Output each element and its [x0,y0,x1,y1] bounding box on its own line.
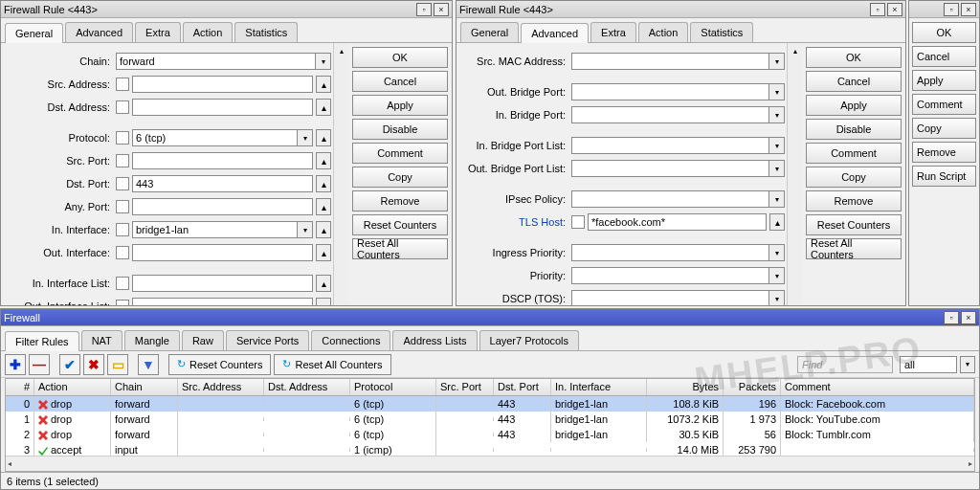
scroll-left-icon[interactable]: ◂ [8,459,11,468]
comment-button[interactable]: Comment [912,94,976,115]
tab-general[interactable]: General [5,23,63,43]
tab-connections[interactable]: Connections [311,330,390,350]
tab-action[interactable]: Action [183,22,234,42]
remove-button[interactable]: Remove [912,142,976,163]
in-interface-list-invert[interactable] [116,277,129,290]
scroll-right-icon[interactable]: ▸ [969,459,972,468]
reset-counters-button[interactable]: ↻Reset Counters [168,354,271,375]
copy-button[interactable]: Copy [806,167,902,188]
horizontal-scrollbar[interactable]: ◂▸ [6,456,974,471]
col-num[interactable]: # [6,379,34,395]
in-interface-dropdown-icon[interactable]: ▾ [298,221,313,238]
col-src-port[interactable]: Src. Port [436,379,494,395]
find-input[interactable]: Find [797,356,893,373]
minimize-icon[interactable]: ▫ [944,3,959,16]
col-protocol[interactable]: Protocol [350,379,436,395]
src-port-arrow-icon[interactable]: ▴ [316,152,331,169]
in-interface-arrow-icon[interactable]: ▴ [316,221,331,238]
protocol-arrow-icon[interactable]: ▴ [316,129,331,146]
col-chain[interactable]: Chain [111,379,178,395]
ipsec-policy-input[interactable] [571,190,769,208]
reset-all-counters-button[interactable]: Reset All Counters [352,238,448,259]
minimize-icon[interactable]: ▫ [944,311,959,324]
col-src-address[interactable]: Src. Address [178,379,264,395]
filter-dropdown[interactable]: all [900,356,957,373]
cancel-button[interactable]: Cancel [912,46,976,67]
apply-button[interactable]: Apply [806,95,902,116]
table-row[interactable]: 1dropforward6 (tcp)443bridge1-lan1073.2 … [6,412,974,427]
run-script-button[interactable]: Run Script [912,166,976,187]
scroll-up-icon[interactable]: ▴ [340,47,344,56]
tab-advanced[interactable]: Advanced [521,23,589,43]
apply-button[interactable]: Apply [912,70,976,91]
close-icon[interactable]: × [961,311,976,324]
col-dst-address[interactable]: Dst. Address [264,379,350,395]
titlebar[interactable]: Firewall Rule <443> ▫ × [457,1,905,18]
dst-address-arrow-icon[interactable]: ▴ [316,99,331,116]
filter-dropdown-icon[interactable]: ▾ [960,356,975,373]
tab-address-lists[interactable]: Address Lists [392,330,477,350]
tab-extra[interactable]: Extra [135,22,181,42]
src-address-invert[interactable] [116,78,129,91]
dst-port-arrow-icon[interactable]: ▴ [316,175,331,192]
priority-dropdown-icon[interactable]: ▾ [769,267,785,284]
in-bridge-port-input[interactable] [571,106,769,123]
remove-button[interactable]: Remove [352,190,448,212]
tls-host-input[interactable]: *facebook.com* [588,213,767,231]
ok-button[interactable]: OK [912,22,976,43]
dscp-dropdown-icon[interactable]: ▾ [769,290,785,305]
table-row[interactable]: 0dropforward6 (tcp)443bridge1-lan108.8 K… [6,396,974,412]
reset-counters-button[interactable]: Reset Counters [352,214,448,235]
any-port-invert[interactable] [116,200,129,213]
table-row[interactable]: 2dropforward6 (tcp)443bridge1-lan30.5 Ki… [6,427,974,442]
copy-button[interactable]: Copy [352,167,448,188]
disable-button[interactable]: Disable [806,119,902,140]
col-action[interactable]: Action [34,379,111,395]
in-interface-list-input[interactable] [132,275,313,292]
tab-action[interactable]: Action [638,22,689,42]
dscp-input[interactable] [571,290,769,305]
src-address-arrow-icon[interactable]: ▴ [316,76,331,93]
disable-button[interactable]: Disable [352,119,448,140]
in-bridge-port-list-input[interactable] [571,137,769,154]
tab-mangle[interactable]: Mangle [124,330,180,350]
tab-filter-rules[interactable]: Filter Rules [5,331,79,351]
protocol-dropdown-icon[interactable]: ▾ [298,129,313,146]
ingress-priority-input[interactable] [571,244,769,261]
filter-icon[interactable]: ▼ [138,354,159,375]
tab-layer7[interactable]: Layer7 Protocols [479,330,580,350]
any-port-input[interactable] [132,198,313,215]
comment-icon[interactable]: ▭ [107,354,128,375]
table-row[interactable]: 3acceptinput1 (icmp)14.0 MiB253 790 [6,442,974,456]
any-port-arrow-icon[interactable]: ▴ [316,198,331,215]
out-bridge-port-dropdown-icon[interactable]: ▾ [769,83,785,100]
tls-host-arrow-icon[interactable]: ▴ [769,213,785,231]
add-icon[interactable]: ✚ [5,354,26,375]
in-bridge-port-dropdown-icon[interactable]: ▾ [769,106,785,123]
in-bridge-port-list-dropdown-icon[interactable]: ▾ [769,137,785,154]
col-comment[interactable]: Comment [781,379,974,395]
out-interface-input[interactable] [132,244,313,261]
tab-extra[interactable]: Extra [590,22,636,42]
src-address-input[interactable] [132,76,313,93]
scroll-up-icon[interactable]: ▴ [793,47,797,56]
remove-icon[interactable]: — [29,354,50,375]
titlebar[interactable]: ▫ × [909,1,979,18]
cancel-button[interactable]: Cancel [352,71,448,92]
out-interface-arrow-icon[interactable]: ▴ [316,244,331,261]
titlebar[interactable]: Firewall ▫ × [1,309,979,326]
ipsec-policy-dropdown-icon[interactable]: ▾ [769,190,785,208]
ok-button[interactable]: OK [352,47,448,68]
close-icon[interactable]: × [961,3,976,16]
enable-icon[interactable]: ✔ [59,354,80,375]
tab-advanced[interactable]: Advanced [65,22,133,42]
col-in-interface[interactable]: In. Interface [551,379,647,395]
col-packets[interactable]: Packets [724,379,781,395]
apply-button[interactable]: Apply [352,95,448,116]
src-mac-dropdown-icon[interactable]: ▾ [769,53,785,70]
dst-address-input[interactable] [132,99,313,116]
protocol-input[interactable]: 6 (tcp) [132,129,298,146]
protocol-invert[interactable] [116,131,129,145]
minimize-icon[interactable]: ▫ [870,3,885,16]
src-port-invert[interactable] [116,154,129,167]
